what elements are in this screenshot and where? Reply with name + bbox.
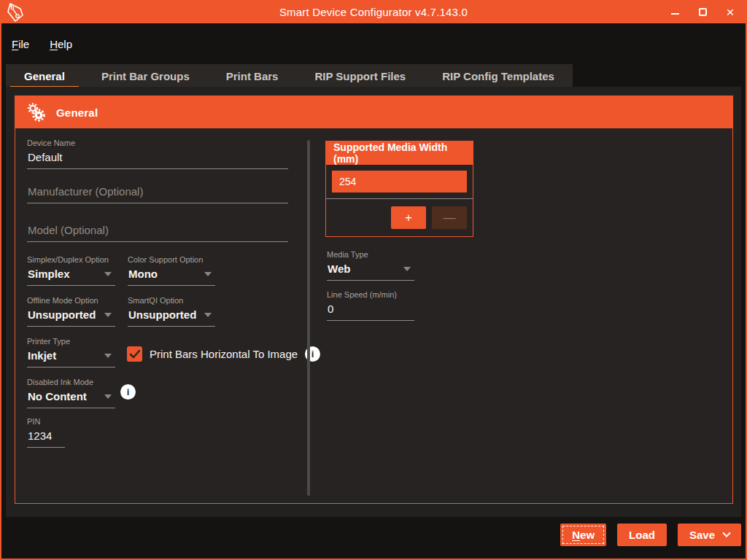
media-type-value: Web [327,261,414,275]
chevron-down-icon [104,272,112,276]
line-speed-field: Line Speed (m/min) [327,290,414,321]
supported-media-width-title: Supported Media Width (mm) [326,141,473,165]
add-media-width-button[interactable]: + [391,206,426,229]
maximize-icon [699,8,707,16]
device-name-field: Device Name [27,139,288,169]
chevron-down-icon [104,394,112,399]
smartqi-value: Unsupported [128,307,215,321]
manufacturer-field [27,184,288,203]
disabled-ink-mode-label: Disabled Ink Mode [27,378,115,386]
color-support-value: Mono [128,266,215,280]
simplex-duplex-value: Simplex [27,266,115,280]
simplex-duplex-label: Simplex/Duplex Option [27,255,115,264]
chevron-down-icon [722,529,730,537]
tab-content: General Device Name Simplex/Duplex Optio… [6,87,741,517]
media-width-item-selected[interactable]: 254 [332,171,467,192]
tab-print-bar-groups[interactable]: Print Bar Groups [83,64,208,88]
chevron-down-icon [204,272,212,276]
model-input[interactable] [27,222,288,242]
media-width-actions: + — [326,198,473,236]
disabled-ink-mode-value: No Content [27,389,115,402]
remove-media-width-button[interactable]: — [432,206,467,229]
tab-rip-support-files[interactable]: RIP Support Files [296,64,424,88]
save-button[interactable]: Save [678,524,741,546]
window-title: Smart Device Configurator v4.7.143.0 [0,6,747,18]
line-speed-label: Line Speed (m/min) [327,290,414,299]
device-name-label: Device Name [27,139,288,147]
offline-mode-label: Offline Mode Option [27,296,115,305]
printer-type-label: Printer Type [27,337,115,346]
color-support-select[interactable]: Color Support Option Mono [128,255,215,286]
manufacturer-input[interactable] [27,184,288,203]
offline-mode-value: Unsupported [27,307,115,321]
general-card-header: General [15,96,732,128]
general-form: Device Name Simplex/Duplex Option Simple… [15,128,732,503]
printer-type-value: Inkjet [27,348,115,362]
tab-print-bars[interactable]: Print Bars [208,64,297,88]
line-speed-input[interactable] [327,301,414,321]
load-button[interactable]: Load [617,524,667,546]
app-logo-icon [4,1,26,23]
gears-icon [26,102,47,122]
pin-label: PIN [27,417,65,426]
tab-bar: General Print Bar Groups Print Bars RIP … [6,64,573,88]
new-button[interactable]: New [560,524,606,546]
color-support-label: Color Support Option [128,255,215,264]
print-bars-horizontal-checkbox[interactable] [127,346,142,362]
menu-file[interactable]: File [12,38,29,50]
chevron-down-icon [104,313,112,317]
pin-field: PIN [27,417,65,448]
smartqi-label: SmartQI Option [128,296,215,305]
disabled-ink-mode-select[interactable]: Disabled Ink Mode No Content [27,378,115,408]
column-divider-scrollbar[interactable] [307,140,310,496]
print-bars-horizontal-row: Print Bars Horizontal To Image i [127,346,320,362]
maximize-button[interactable] [692,1,713,22]
chevron-down-icon [104,354,112,358]
general-card: General Device Name Simplex/Duplex Optio… [15,96,733,504]
smartqi-select[interactable]: SmartQI Option Unsupported [128,296,215,327]
media-type-label: Media Type [327,250,414,259]
minimize-button[interactable] [664,1,686,22]
offline-mode-select[interactable]: Offline Mode Option Unsupported [27,296,115,327]
info-icon[interactable]: i [120,384,136,400]
section-title: General [56,106,98,119]
menu-bar: File Help [1,23,746,64]
simplex-duplex-select[interactable]: Simplex/Duplex Option Simplex [27,255,115,286]
close-button[interactable]: × [719,1,741,22]
window-controls: × [664,0,741,23]
tab-general[interactable]: General [6,64,83,88]
pin-input[interactable] [27,428,65,448]
device-name-input[interactable] [27,149,288,169]
menu-help[interactable]: Help [50,38,72,50]
media-type-select[interactable]: Media Type Web [327,250,414,281]
model-field [27,222,288,242]
media-width-list: 254 [326,165,473,198]
minimize-icon [671,13,679,15]
close-icon: × [726,5,734,19]
footer-actions: New Load Save [560,524,741,546]
printer-type-select[interactable]: Printer Type Inkjet [27,337,115,368]
chevron-down-icon [204,313,212,317]
chevron-down-icon [403,267,411,271]
supported-media-width-panel: Supported Media Width (mm) 254 + — [325,141,473,237]
tab-rip-config-templates[interactable]: RIP Config Templates [424,64,573,88]
check-icon [130,350,140,359]
app-window: Smart Device Configurator v4.7.143.0 × F… [0,0,747,560]
titlebar: Smart Device Configurator v4.7.143.0 × [0,0,747,23]
print-bars-horizontal-label: Print Bars Horizontal To Image [150,348,298,360]
